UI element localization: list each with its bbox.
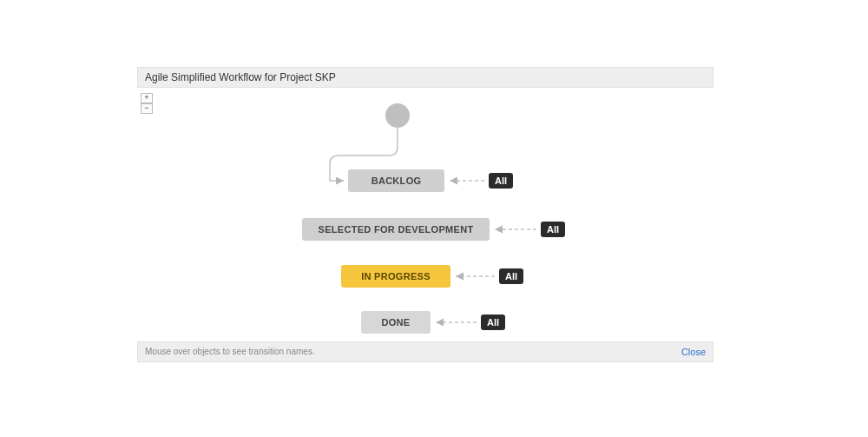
all-transition-badge[interactable]: All bbox=[489, 173, 513, 189]
start-node-icon bbox=[385, 103, 410, 128]
status-node-backlog[interactable]: BACKLOG bbox=[348, 169, 444, 192]
status-node-in-progress[interactable]: IN PROGRESS bbox=[341, 265, 450, 288]
footer-hint: Mouse over objects to see transition nam… bbox=[145, 342, 315, 361]
workflow-title: Agile Simplified Workflow for Project SK… bbox=[137, 67, 713, 88]
status-node-done[interactable]: DONE bbox=[361, 311, 431, 334]
status-node-selected-for-development[interactable]: SELECTED FOR DEVELOPMENT bbox=[302, 218, 490, 241]
footer-bar: Mouse over objects to see transition nam… bbox=[137, 341, 713, 362]
workflow-diagram: BACKLOGSELECTED FOR DEVELOPMENTIN PROGRE… bbox=[137, 88, 713, 340]
all-transition-badge[interactable]: All bbox=[481, 315, 505, 330]
all-transition-badge[interactable]: All bbox=[541, 222, 565, 237]
close-link[interactable]: Close bbox=[681, 342, 706, 361]
all-transition-badge[interactable]: All bbox=[499, 268, 523, 284]
